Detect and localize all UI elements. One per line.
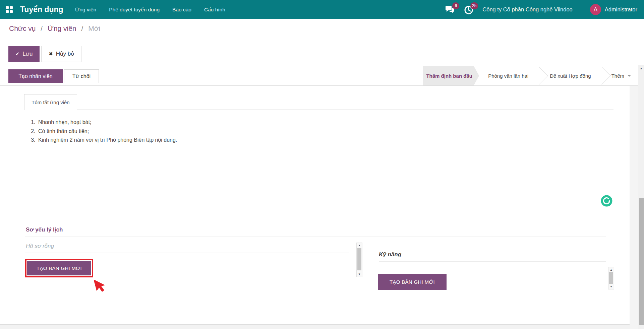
resume-empty-text: Hồ sơ rỗng	[26, 243, 54, 250]
stage-pipeline: Thẩm định ban đầu Phỏng vấn lần hai Đề x…	[423, 66, 638, 85]
save-button[interactable]: ✔ Lưu	[8, 46, 40, 62]
activities-badge: 25	[470, 2, 478, 9]
user-name: Administrator	[605, 6, 637, 13]
scrollbar-thumb[interactable]	[609, 272, 613, 284]
nav-item-bao-cao[interactable]: Báo cáo	[166, 0, 198, 19]
tab-tom-tat-ung-vien[interactable]: Tóm tắt ứng viên	[24, 94, 77, 110]
clock-icon	[464, 10, 474, 16]
notebook-tabbar: Tóm tắt ứng viên	[24, 94, 613, 110]
tutorial-highlight-box: TẠO BẢN GHI MỚI	[25, 259, 93, 277]
candidate-summary-list: Nhanh nhẹn, hoạt bát; Có tinh thần cầu t…	[37, 118, 177, 145]
breadcrumb-current: Mới	[88, 24, 100, 32]
breadcrumb-link-ung-vien[interactable]: Ứng viên	[48, 24, 76, 32]
nav-item-cau-hinh[interactable]: Cấu hình	[198, 0, 232, 19]
summary-item: Nhanh nhẹn, hoạt bát;	[37, 118, 177, 127]
close-icon: ✖	[49, 51, 53, 57]
nav-item-phe-duyet[interactable]: Phê duyệt tuyển dụng	[103, 0, 166, 19]
navbar-systray: 6 25 Công ty Cổ phần Công nghệ Viindoo A…	[445, 0, 644, 19]
main-menu: Ứng viên Phê duyệt tuyển dụng Báo cáo Cấ…	[69, 0, 232, 19]
breadcrumb-separator: /	[81, 24, 83, 32]
stage-de-xuat-hop-dong[interactable]: Đề xuất Hợp đồng	[541, 73, 600, 79]
scroll-up-icon[interactable]: ▲	[608, 268, 614, 272]
statusbar-actions: Tạo nhân viên Từ chối	[8, 69, 99, 83]
stage-chevron-icon	[530, 67, 548, 85]
apps-grid-icon	[6, 6, 14, 13]
breadcrumb-link-chuc-vu[interactable]: Chức vụ	[9, 24, 36, 32]
scroll-down-icon[interactable]: ▼	[357, 272, 362, 276]
section-divider	[379, 261, 606, 262]
user-menu[interactable]: A Administrator	[590, 4, 637, 15]
stage-tham-dinh-ban-dau[interactable]: Thẩm định ban đầu	[423, 66, 479, 85]
control-panel: Chức vụ / Ứng viên / Mới ✔ Lưu ✖ Hủy bỏ	[0, 19, 644, 66]
summary-item: Có tinh thần cầu tiến;	[37, 127, 177, 136]
messages-badge: 6	[452, 2, 459, 9]
create-resume-record-button[interactable]: TẠO BẢN GHI MỚI	[27, 261, 91, 275]
messages-button[interactable]: 6	[445, 5, 455, 15]
statusbar: Tạo nhân viên Từ chối Thẩm định ban đầu …	[0, 66, 638, 86]
stage-phong-van-lan-hai[interactable]: Phỏng vấn lần hai	[479, 73, 537, 79]
grammarly-icon[interactable]	[601, 195, 612, 207]
apps-menu-button[interactable]	[6, 6, 14, 13]
scroll-down-icon[interactable]: ▼	[608, 284, 614, 289]
window-scrollbar[interactable]: ▲	[638, 65, 644, 329]
discard-label: Hủy bỏ	[56, 51, 74, 57]
chat-icon	[445, 9, 455, 15]
skills-section-title: Kỹ năng	[379, 251, 401, 258]
resume-section-title: Sơ yếu lý lịch	[26, 226, 63, 233]
section-divider	[25, 237, 606, 237]
activities-button[interactable]: 25	[464, 5, 474, 15]
summary-item: Kinh nghiệm 2 năm với vị trí Phó phòng B…	[37, 136, 177, 145]
field-divider	[25, 253, 349, 253]
stage-more-label: Thêm	[611, 73, 624, 79]
company-menu[interactable]: Công ty Cổ phần Công nghệ Viindoo	[482, 6, 572, 13]
scrollbar-thumb[interactable]	[357, 248, 361, 270]
check-icon: ✔	[15, 51, 20, 57]
breadcrumb: Chức vụ / Ứng viên / Mới	[9, 24, 100, 32]
skills-panel-scrollbar[interactable]: ▲ ▼	[608, 267, 614, 289]
form-action-buttons: ✔ Lưu ✖ Hủy bỏ	[8, 46, 81, 62]
app-title[interactable]: Tuyển dụng	[20, 0, 63, 19]
create-employee-button[interactable]: Tạo nhân viên	[8, 69, 63, 83]
form-sheet: Tóm tắt ứng viên Nhanh nhẹn, hoạt bát; C…	[0, 86, 630, 324]
create-skill-record-button[interactable]: TẠO BẢN GHI MỚI	[378, 274, 447, 290]
refuse-button[interactable]: Từ chối	[64, 69, 99, 83]
app-window: Tuyển dụng Ứng viên Phê duyệt tuyển dụng…	[0, 0, 644, 329]
top-navbar: Tuyển dụng Ứng viên Phê duyệt tuyển dụng…	[0, 0, 644, 19]
scrollbar-thumb[interactable]	[639, 198, 644, 325]
scroll-up-icon[interactable]: ▲	[638, 67, 644, 70]
resume-panel-scrollbar[interactable]: ▲ ▼	[356, 243, 362, 277]
save-label: Lưu	[22, 51, 33, 57]
page-background-bottom	[0, 324, 630, 329]
chevron-down-icon	[627, 75, 631, 77]
user-avatar: A	[590, 4, 601, 15]
discard-button[interactable]: ✖ Hủy bỏ	[41, 46, 81, 62]
breadcrumb-separator: /	[41, 24, 43, 32]
scroll-up-icon[interactable]: ▲	[357, 243, 362, 248]
nav-item-ung-vien[interactable]: Ứng viên	[69, 0, 103, 19]
stage-chevron-icon	[593, 67, 611, 85]
tutorial-cursor-icon	[93, 277, 110, 297]
